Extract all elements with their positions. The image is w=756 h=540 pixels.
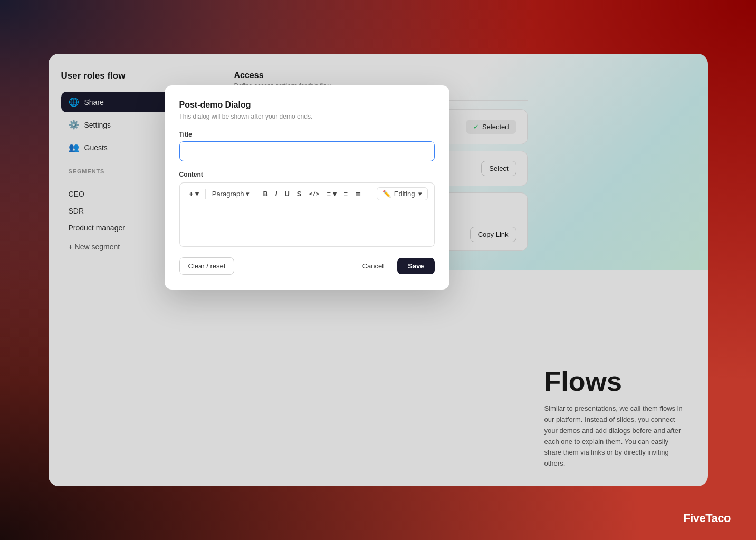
editor-content[interactable]: [179, 205, 435, 247]
list-ordered-button[interactable]: ≣: [352, 188, 364, 200]
brand-logo: FiveTaco: [683, 512, 731, 525]
align-button[interactable]: ≡ ▾: [323, 188, 339, 200]
italic-button[interactable]: I: [272, 188, 281, 200]
dialog-overlay: Post-demo Dialog This dialog will be sho…: [49, 54, 708, 486]
paragraph-select[interactable]: Paragraph ▾: [209, 188, 253, 200]
editor-toolbar: + ▾ Paragraph ▾ B I U S </> ≡ ▾ ≡ ≣: [179, 182, 435, 205]
pencil-icon: ✏️: [382, 190, 391, 198]
dialog-title: Post-demo Dialog: [179, 100, 435, 110]
add-button[interactable]: + ▾: [186, 188, 202, 200]
clear-reset-button[interactable]: Clear / reset: [179, 257, 235, 275]
dialog-subtitle: This dialog will be shown after your dem…: [179, 113, 435, 120]
underline-button[interactable]: U: [281, 188, 292, 200]
editing-chevron-icon: ▾: [418, 190, 422, 198]
bold-button[interactable]: B: [260, 188, 271, 200]
editing-mode-button[interactable]: ✏️ Editing ▾: [377, 187, 428, 200]
title-input[interactable]: [179, 141, 435, 161]
dialog: Post-demo Dialog This dialog will be sho…: [165, 85, 449, 290]
content-field-label: Content: [179, 171, 435, 178]
chevron-down-icon: ▾: [246, 190, 250, 198]
cancel-button[interactable]: Cancel: [354, 258, 392, 274]
strike-button[interactable]: S: [294, 188, 305, 200]
title-field-label: Title: [179, 131, 435, 138]
toolbar-divider-2: [256, 189, 256, 199]
toolbar-divider-1: [205, 189, 206, 199]
save-button[interactable]: Save: [397, 258, 434, 274]
list-bullet-button[interactable]: ≡: [341, 188, 351, 200]
code-button[interactable]: </>: [306, 188, 323, 199]
dialog-footer: Clear / reset Cancel Save: [179, 257, 435, 275]
